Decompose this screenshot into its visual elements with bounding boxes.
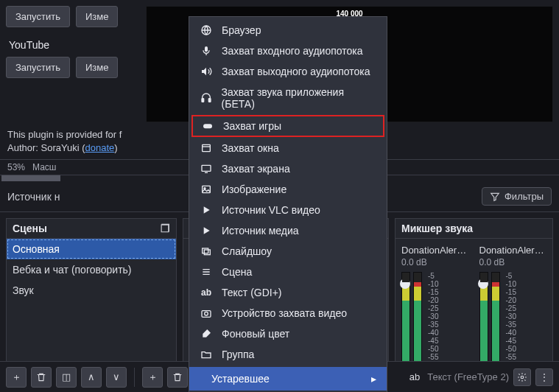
menu-item[interactable]: Захват экрана — [189, 158, 387, 179]
menu-item-label: Источник медиа — [222, 225, 299, 237]
svg-rect-9 — [203, 186, 211, 192]
launch-button-2[interactable]: Запустить — [6, 57, 70, 78]
db-scale: -5-10-15-20-25-30-35-40-45-50-55-60 — [428, 272, 438, 366]
menu-item[interactable]: Захват игры — [191, 115, 384, 137]
svg-point-1 — [521, 376, 524, 379]
menu-item[interactable]: Группа — [189, 344, 387, 365]
source-label: Источник н — [7, 191, 60, 203]
ab-icon: ab — [200, 287, 213, 298]
filter-icon — [490, 192, 500, 202]
volume-slider-knob[interactable] — [478, 279, 488, 289]
donate-link[interactable]: donate — [85, 142, 115, 153]
channel-name: DonationAlerts 2 — [479, 245, 547, 256]
menu-item[interactable]: abТекст (GDI+) — [189, 282, 387, 303]
delete-scene-button[interactable] — [31, 367, 52, 388]
play-icon — [200, 225, 213, 237]
headset-icon — [200, 92, 213, 104]
add-scene-button[interactable]: ＋ — [6, 367, 27, 388]
menu-item-deprecated[interactable]: Устаревшее▸ — [189, 367, 387, 391]
channel-name: DonationAlerts 1 — [401, 245, 469, 256]
dock-popout-icon[interactable]: ❐ — [161, 223, 170, 234]
svg-point-14 — [205, 312, 208, 315]
menu-item[interactable]: Захват окна — [189, 138, 387, 158]
menu-item-label: Захват окна — [222, 142, 279, 154]
window-icon — [200, 142, 213, 154]
scene-item[interactable]: Основная — [7, 239, 176, 259]
play-icon — [200, 204, 213, 216]
camera-icon — [200, 307, 213, 319]
mic-icon — [200, 45, 213, 57]
text-source-label: Текст (FreeType 2) — [427, 371, 509, 382]
svg-rect-3 — [205, 46, 208, 52]
scene-item[interactable]: Звук — [7, 280, 176, 301]
progress-bar — [1, 175, 60, 181]
menu-item[interactable]: Захват звука приложения (БЕТА) — [189, 82, 387, 114]
edit-button-1[interactable]: Изме — [76, 6, 118, 27]
move-up-button[interactable]: ∧ — [81, 367, 102, 388]
menu-item-label: Изображение — [222, 183, 286, 195]
menu-item-label: Фоновый цвет — [222, 328, 289, 340]
progress-pct: 53% — [7, 162, 25, 172]
chevron-right-icon: ▸ — [371, 373, 376, 385]
svg-rect-4 — [202, 99, 204, 102]
svg-rect-8 — [202, 165, 211, 171]
globe-icon — [200, 24, 213, 36]
menu-item[interactable]: Захват выходного аудиопотока — [189, 61, 387, 82]
channel-db: 0.0 dB — [479, 257, 547, 267]
list-icon — [200, 266, 213, 278]
menu-item-label: Источник VLC видео — [222, 204, 320, 216]
level-meter — [491, 272, 500, 366]
menu-item-label: Слайдшоу — [222, 245, 272, 257]
filters-button[interactable]: Фильтры — [482, 187, 552, 206]
gamepad-icon — [201, 120, 214, 132]
menu-item-label: Текст (GDI+) — [222, 287, 282, 298]
channel-db: 0.0 dB — [401, 257, 469, 267]
mixer-title: Микшер звука — [401, 223, 473, 234]
scenes-title: Сцены — [13, 223, 47, 234]
menu-item[interactable]: Источник VLC видео — [189, 200, 387, 220]
add-source-context-menu[interactable]: БраузерЗахват входного аудиопотокаЗахват… — [189, 16, 387, 392]
svg-rect-7 — [203, 144, 211, 151]
db-scale: -5-10-15-20-25-30-35-40-45-50-55-60 — [506, 272, 516, 366]
folder-icon — [200, 349, 213, 360]
menu-item-label: Сцена — [222, 266, 252, 278]
level-meter — [413, 272, 422, 366]
speaker-icon — [200, 66, 213, 77]
delete-source-button[interactable] — [167, 367, 188, 388]
mixer-more-button[interactable]: ⋮ — [535, 368, 553, 386]
move-down-button[interactable]: ∨ — [106, 367, 127, 388]
mixer-settings-button[interactable] — [513, 368, 531, 386]
menu-item[interactable]: Браузер — [189, 20, 387, 41]
display-icon — [200, 163, 213, 175]
slides-icon — [200, 245, 213, 257]
scene-filter-button[interactable]: ◫ — [56, 367, 77, 388]
volume-slider-knob[interactable] — [400, 279, 410, 289]
svg-rect-12 — [204, 250, 210, 255]
menu-item[interactable]: Изображение — [189, 179, 387, 200]
menu-item-label: Захват входного аудиопотока — [222, 45, 362, 57]
brush-icon — [200, 328, 213, 340]
scene-item[interactable]: Вебка и чат (поговорить) — [7, 259, 176, 280]
menu-item[interactable]: Слайдшоу — [189, 241, 387, 262]
svg-rect-5 — [208, 99, 211, 102]
menu-item[interactable]: Устройство захвата видео — [189, 303, 387, 323]
image-icon — [200, 183, 213, 195]
youtube-label: YouTube — [9, 39, 138, 51]
menu-item-label: Устройство захвата видео — [222, 307, 347, 319]
menu-item-label: Захват выходного аудиопотока — [222, 66, 370, 77]
edit-button-2[interactable]: Изме — [76, 57, 118, 78]
level-meter — [479, 272, 488, 366]
add-source-button[interactable]: ＋ — [142, 367, 163, 388]
zoom-label: Масш — [32, 162, 56, 172]
menu-item-label: Захват экрана — [222, 163, 290, 175]
menu-item[interactable]: Источник медиа — [189, 220, 387, 241]
menu-item-label: Браузер — [222, 24, 261, 36]
menu-item-label: Группа — [222, 349, 254, 360]
menu-item[interactable]: Фоновый цвет — [189, 323, 387, 344]
menu-item-label: Захват звука приложения (БЕТА) — [222, 86, 376, 110]
menu-item-label: Захват игры — [223, 120, 281, 132]
menu-item[interactable]: Сцена — [189, 262, 387, 282]
menu-item[interactable]: Захват входного аудиопотока — [189, 41, 387, 61]
svg-rect-6 — [203, 124, 212, 128]
launch-button-1[interactable]: Запустить — [6, 6, 70, 27]
